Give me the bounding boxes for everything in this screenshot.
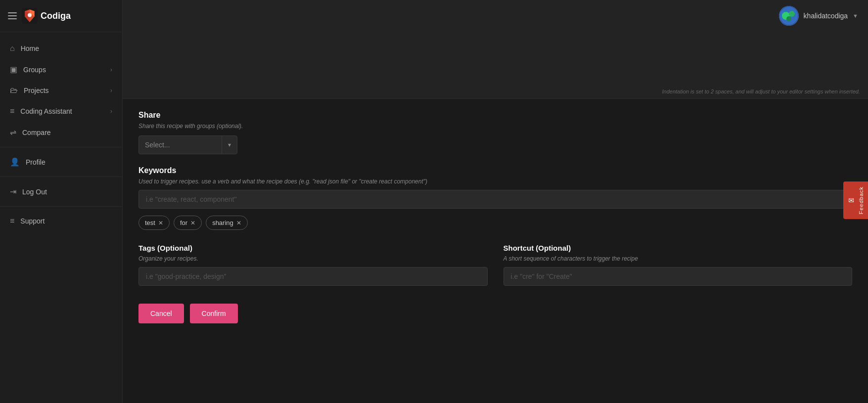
support-icon: ≡ <box>10 217 14 225</box>
logout-icon: ⇥ <box>10 187 16 196</box>
sidebar-item-label: Support <box>20 217 45 225</box>
keywords-input[interactable] <box>138 190 852 209</box>
keywords-hint: Used to trigger recipes. use a verb and … <box>138 178 852 185</box>
action-buttons: Cancel Confirm <box>138 304 852 323</box>
tag-remove-button[interactable]: ✕ <box>236 220 241 226</box>
keyword-tag-test: test ✕ <box>138 216 170 230</box>
avatar-image <box>779 6 799 26</box>
logo-container[interactable]: Codiga <box>22 8 71 24</box>
coding-assistant-icon: ≡ <box>10 107 14 116</box>
svg-point-4 <box>28 13 32 17</box>
keyword-tag-label: test <box>145 219 155 226</box>
share-title: Share <box>138 111 852 120</box>
keywords-title: Keywords <box>138 166 852 175</box>
topbar: khalidatcodiga ▼ <box>769 0 868 32</box>
shortcut-section: Shortcut (Optional) A short sequence of … <box>503 244 853 286</box>
shortcut-hint: A short sequence of characters to trigge… <box>503 255 853 262</box>
svg-point-9 <box>786 16 791 21</box>
tags-title: Tags (Optional) <box>138 244 488 252</box>
codiga-logo-icon <box>22 8 38 24</box>
home-icon: ⌂ <box>10 44 15 53</box>
sidebar-item-support[interactable]: ≡ Support <box>0 211 122 231</box>
cancel-button[interactable]: Cancel <box>138 304 184 323</box>
email-icon: ✉ <box>847 196 855 204</box>
feedback-tab[interactable]: Feedback ✉ <box>843 181 868 219</box>
keyword-tag-sharing: sharing ✕ <box>206 216 248 230</box>
shortcut-title: Shortcut (Optional) <box>503 244 853 252</box>
sidebar-item-profile[interactable]: 👤 Profile <box>0 151 122 173</box>
sidebar-nav: ⌂ Home ▣ Groups › 🗁 Projects › ≡ Coding … <box>0 32 122 403</box>
projects-icon: 🗁 <box>10 86 18 95</box>
sidebar-item-label: Groups <box>23 66 46 74</box>
sidebar-item-label: Log Out <box>22 188 47 196</box>
keyword-tag-label: for <box>180 219 187 226</box>
keyword-tag-label: sharing <box>212 219 233 226</box>
avatar <box>779 6 799 26</box>
sidebar-item-label: Home <box>21 45 39 52</box>
sidebar-item-projects[interactable]: 🗁 Projects › <box>0 80 122 101</box>
tag-remove-button[interactable]: ✕ <box>158 220 163 226</box>
chevron-down-icon: ▾ <box>222 141 237 148</box>
nav-divider <box>0 177 122 177</box>
sidebar-item-home[interactable]: ⌂ Home <box>0 38 122 59</box>
code-area[interactable]: Indentation is set to 2 spaces, and will… <box>123 0 868 99</box>
keywords-section: Keywords Used to trigger recipes. use a … <box>138 166 852 230</box>
username: khalidatcodiga <box>804 12 848 20</box>
sidebar-item-groups[interactable]: ▣ Groups › <box>0 59 122 80</box>
shortcut-input[interactable] <box>503 267 853 286</box>
sidebar: Codiga ⌂ Home ▣ Groups › 🗁 Projects › <box>0 0 123 403</box>
select-placeholder: Select... <box>139 137 222 153</box>
sidebar-header: Codiga <box>0 0 122 32</box>
optional-row: Tags (Optional) Organize your recipes. S… <box>138 244 852 286</box>
chevron-right-icon: › <box>110 66 112 73</box>
chevron-right-icon: › <box>110 87 112 94</box>
tags-section: Tags (Optional) Organize your recipes. <box>138 244 488 286</box>
sidebar-item-logout[interactable]: ⇥ Log Out <box>0 181 122 202</box>
share-subtitle: Share this recipe with groups (optional)… <box>138 123 852 130</box>
user-dropdown-arrow[interactable]: ▼ <box>853 13 858 19</box>
profile-icon: 👤 <box>10 157 20 167</box>
tag-remove-button[interactable]: ✕ <box>190 220 195 226</box>
feedback-label: Feedback <box>858 186 864 214</box>
sidebar-item-label: Projects <box>24 87 49 94</box>
compare-icon: ⇌ <box>10 128 16 137</box>
app-name: Codiga <box>41 11 71 21</box>
sidebar-item-coding-assistant[interactable]: ≡ Coding Assistant › <box>0 101 122 122</box>
main-content: Indentation is set to 2 spaces, and will… <box>123 0 868 403</box>
svg-point-8 <box>789 11 795 17</box>
form-content: Share Share this recipe with groups (opt… <box>123 99 868 403</box>
indentation-hint: Indentation is set to 2 spaces, and will… <box>662 89 860 94</box>
chevron-right-icon: › <box>110 108 112 115</box>
sidebar-item-label: Coding Assistant <box>20 107 72 115</box>
sidebar-item-label: Compare <box>22 129 51 136</box>
sidebar-item-compare[interactable]: ⇌ Compare <box>0 122 122 143</box>
hamburger-icon[interactable] <box>8 12 17 19</box>
sidebar-item-label: Profile <box>26 158 46 166</box>
nav-divider <box>0 206 122 207</box>
share-group-select[interactable]: Select... ▾ <box>138 135 237 154</box>
feedback-tab-wrapper: Feedback ✉ <box>843 181 868 219</box>
tags-input[interactable] <box>138 267 488 286</box>
keyword-tags: test ✕ for ✕ sharing ✕ <box>138 216 852 230</box>
groups-icon: ▣ <box>10 65 17 74</box>
share-section: Share Share this recipe with groups (opt… <box>138 111 852 154</box>
confirm-button[interactable]: Confirm <box>190 304 238 323</box>
nav-divider <box>0 147 122 147</box>
keyword-tag-for: for ✕ <box>174 216 202 230</box>
tags-hint: Organize your recipes. <box>138 255 488 262</box>
